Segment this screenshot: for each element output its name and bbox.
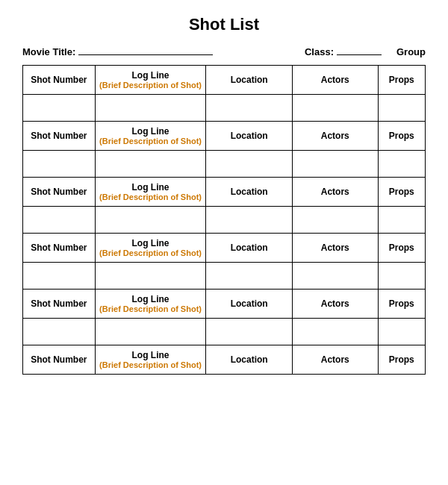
- cell-props-3: [378, 207, 425, 234]
- cell-actors-2: [292, 151, 378, 178]
- class-underline: [337, 45, 382, 55]
- col-header-log-line-5: Log Line (Brief Description of Shot): [95, 290, 206, 319]
- movie-title-label: Movie Title:: [22, 46, 75, 57]
- cell-log-2: [95, 151, 206, 178]
- col-header-props-3: Props: [378, 178, 425, 207]
- cell-log-1: [95, 95, 206, 122]
- cell-props-1: [378, 95, 425, 122]
- col-header-actors-5: Actors: [292, 290, 378, 319]
- col-header-props-2: Props: [378, 122, 425, 151]
- table-row: [23, 151, 426, 178]
- cell-actors-3: [292, 207, 378, 234]
- cell-log-3: [95, 207, 206, 234]
- meta-row: Movie Title: Class: Group: [22, 45, 426, 57]
- cell-props-2: [378, 151, 425, 178]
- shot-list-table: Shot Number Log Line (Brief Description …: [22, 65, 426, 375]
- col-header-props-6: Props: [378, 345, 425, 375]
- cell-shot-2: [23, 151, 96, 178]
- cell-actors-1: [292, 95, 378, 122]
- col-header-log-line-1: Log Line (Brief Description of Shot): [95, 66, 206, 95]
- cell-location-4: [206, 263, 293, 290]
- col-header-log-line-6: Log Line (Brief Description of Shot): [95, 345, 206, 375]
- col-header-location-2: Location: [206, 122, 293, 151]
- table-header-row-1: Shot Number Log Line (Brief Description …: [23, 66, 426, 95]
- col-header-location-6: Location: [206, 345, 293, 375]
- table-row: [23, 95, 426, 122]
- table-header-row-3: Shot Number Log Line (Brief Description …: [23, 178, 426, 207]
- cell-actors-4: [292, 263, 378, 290]
- col-header-shot-number-1: Shot Number: [23, 66, 96, 95]
- col-header-location-3: Location: [206, 178, 293, 207]
- table-header-row-4: Shot Number Log Line (Brief Description …: [23, 234, 426, 263]
- col-header-log-line-3: Log Line (Brief Description of Shot): [95, 178, 206, 207]
- col-header-actors-1: Actors: [292, 66, 378, 95]
- col-header-location-5: Location: [206, 290, 293, 319]
- col-header-location-4: Location: [206, 234, 293, 263]
- col-header-shot-number-4: Shot Number: [23, 234, 96, 263]
- cell-location-1: [206, 95, 293, 122]
- cell-log-4: [95, 263, 206, 290]
- cell-log-5: [95, 319, 206, 345]
- col-header-props-5: Props: [378, 290, 425, 319]
- table-header-row-6: Shot Number Log Line (Brief Description …: [23, 345, 426, 375]
- col-header-actors-6: Actors: [292, 345, 378, 375]
- col-header-props-4: Props: [378, 234, 425, 263]
- col-header-actors-3: Actors: [292, 178, 378, 207]
- cell-location-5: [206, 319, 293, 345]
- movie-title-underline: [78, 45, 213, 55]
- col-header-actors-2: Actors: [292, 122, 378, 151]
- cell-location-3: [206, 207, 293, 234]
- col-header-props-1: Props: [378, 66, 425, 95]
- col-header-shot-number-6: Shot Number: [23, 345, 96, 375]
- table-row: [23, 207, 426, 234]
- table-header-row-5: Shot Number Log Line (Brief Description …: [23, 290, 426, 319]
- cell-shot-4: [23, 263, 96, 290]
- table-header-row-2: Shot Number Log Line (Brief Description …: [23, 122, 426, 151]
- col-header-actors-4: Actors: [292, 234, 378, 263]
- cell-shot-5: [23, 319, 96, 345]
- cell-shot-3: [23, 207, 96, 234]
- class-label: Class:: [305, 46, 334, 57]
- table-row: [23, 319, 426, 345]
- cell-props-5: [378, 319, 425, 345]
- col-header-shot-number-2: Shot Number: [23, 122, 96, 151]
- col-header-shot-number-5: Shot Number: [23, 290, 96, 319]
- cell-shot-1: [23, 95, 96, 122]
- col-header-shot-number-3: Shot Number: [23, 178, 96, 207]
- page-title: Shot List: [22, 15, 426, 34]
- col-header-log-line-2: Log Line (Brief Description of Shot): [95, 122, 206, 151]
- col-header-location-1: Location: [206, 66, 293, 95]
- cell-location-2: [206, 151, 293, 178]
- cell-actors-5: [292, 319, 378, 345]
- group-label: Group: [396, 46, 426, 57]
- cell-props-4: [378, 263, 425, 290]
- col-header-log-line-4: Log Line (Brief Description of Shot): [95, 234, 206, 263]
- table-row: [23, 263, 426, 290]
